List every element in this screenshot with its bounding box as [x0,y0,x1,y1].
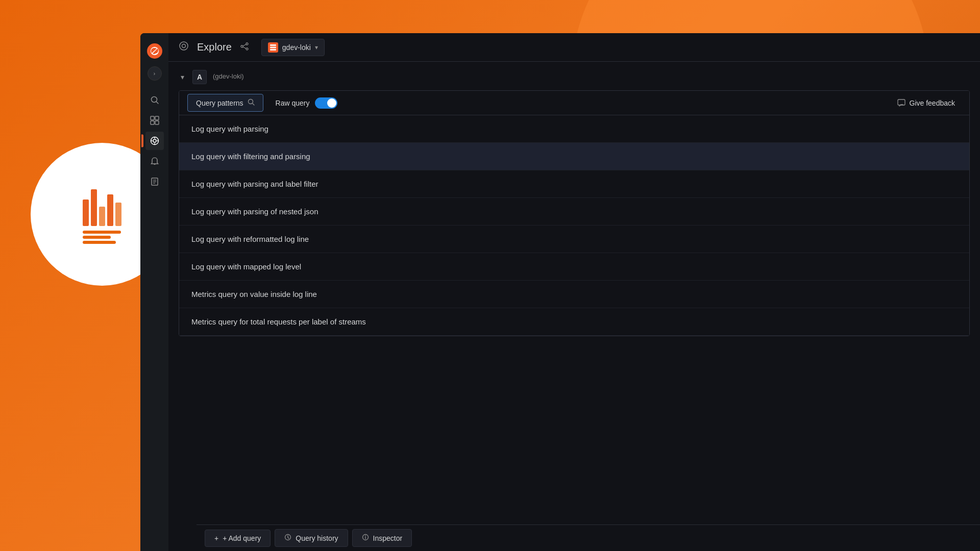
explore-icon [179,41,189,54]
grafana-logo[interactable] [144,41,165,61]
sidebar-item-explore[interactable] [145,132,164,150]
top-header: Explore gdev-loki [168,33,980,62]
svg-rect-4 [151,121,154,124]
query-list-item[interactable]: Log query with reformatted log line [179,226,969,253]
add-icon: + [214,534,218,542]
tab-search-icon [248,98,255,107]
main-area: Explore gdev-loki [168,33,980,551]
svg-point-18 [246,43,248,45]
datasource-selector[interactable]: gdev-loki ▾ [261,39,325,56]
svg-rect-25 [270,49,276,51]
give-feedback-button[interactable]: Give feedback [891,96,962,110]
query-list-item[interactable]: Log query with parsing [179,115,969,143]
loki-logo-lines [83,231,121,244]
svg-point-16 [180,42,188,50]
query-patterns-label: Query patterns [196,99,243,107]
sidebar-item-dashboards[interactable] [145,111,164,130]
sidebar-nav [140,91,168,191]
query-letter-badge: A [192,70,207,84]
query-list-item[interactable]: Metrics query on value inside log line [179,281,969,308]
query-list-item[interactable]: Metrics query for total requests per lab… [179,308,969,336]
content-panel: ▾ A (gdev-loki) Query patterns [168,62,980,551]
svg-point-17 [182,44,186,48]
query-history-label: Query history [296,534,338,542]
svg-rect-2 [151,116,154,120]
sidebar: › [140,33,168,551]
toggle-knob [327,98,336,108]
history-icon [284,534,291,542]
svg-point-19 [241,45,243,47]
tab-query-patterns[interactable]: Query patterns [187,94,263,112]
raw-query-section: Raw query [276,97,337,109]
query-editor-area: Query patterns Raw query [179,90,970,336]
page-title: Explore [197,41,232,53]
query-history-button[interactable]: Query history [275,529,348,547]
query-list-item[interactable]: Log query with filtering and parsing [179,143,969,170]
sidebar-item-reports[interactable] [145,172,164,191]
svg-rect-23 [270,44,276,46]
inspector-button[interactable]: Inspector [352,529,412,547]
svg-rect-3 [155,116,159,120]
datasource-icon [268,42,278,53]
loki-logo-bars [83,185,121,226]
add-query-label: + Add query [223,534,261,542]
svg-line-22 [243,47,246,48]
app-window: › [140,33,980,551]
chevron-down-icon: ▾ [315,44,318,51]
svg-rect-5 [155,121,159,124]
query-datasource-label: (gdev-loki) [213,70,244,80]
tabs-bar: Query patterns Raw query [179,91,969,115]
add-query-button[interactable]: + + Add query [205,530,271,547]
sidebar-item-alerting[interactable] [145,152,164,170]
svg-point-31 [365,535,366,536]
query-list: Log query with parsingLog query with fil… [179,115,969,336]
query-collapse-button[interactable]: ▾ [179,71,186,83]
svg-point-26 [248,99,253,104]
datasource-label: gdev-loki [282,43,311,52]
give-feedback-label: Give feedback [910,99,955,107]
svg-point-20 [246,48,248,50]
inspector-icon [362,534,369,542]
svg-line-21 [243,44,246,46]
svg-rect-24 [270,46,276,48]
raw-query-toggle[interactable] [315,97,337,109]
svg-point-1 [151,97,157,103]
inspector-label: Inspector [373,534,403,542]
query-row: ▾ A (gdev-loki) [179,70,970,84]
sidebar-item-search[interactable] [145,91,164,109]
query-list-item[interactable]: Log query with mapped log level [179,253,969,281]
svg-point-7 [153,139,156,142]
bottom-bar: + + Add query Query history [197,524,980,551]
query-list-item[interactable]: Log query with parsing and label filter [179,170,969,198]
share-icon[interactable] [240,42,249,53]
sidebar-collapse-button[interactable]: › [148,66,162,81]
query-list-item[interactable]: Log query with parsing of nested json [179,198,969,226]
raw-query-label: Raw query [276,99,310,107]
